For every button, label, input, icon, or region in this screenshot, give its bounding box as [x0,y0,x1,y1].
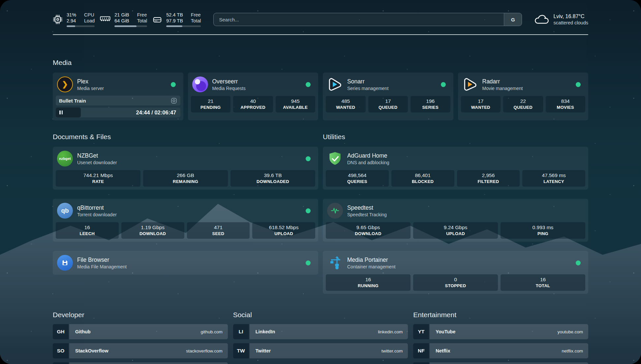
search-input[interactable] [214,13,504,26]
stat-value: 86,401 [393,172,453,178]
service-card-qbittorrent: qb qBittorrent Torrent downloader 16 LEE… [53,199,318,242]
playback-progress-bar: 24:44 / 02:06:47 [56,107,180,117]
stat-label: RATE [57,179,139,184]
service-card-filebrowser: File Browser Media File Management [53,251,318,275]
sonarr-icon [327,76,343,92]
stat-block: 2,956 FILTERED [457,170,520,187]
disk-free-value: 52.4 TB [166,12,183,18]
cpu-usage-label: CPU [84,12,95,18]
stat-block: 16 TOTAL [501,274,585,291]
stat-value: 40 [234,98,272,104]
bookmark-reddit[interactable]: RE Reddit reddit.com [413,362,588,364]
service-link-nzbget[interactable]: nzbget NZBGet Usenet downloader [56,150,315,167]
bookmark-abbr: RE [413,362,429,364]
weather-widget: Lviv, 16.87°C scattered clouds [534,14,588,25]
bookmark-abbr: GH [53,324,69,339]
bookmark-abbr: TW [233,343,249,358]
service-card-portainer: Media Portainer Container management 16 … [323,251,588,294]
service-name: AdGuard Home [347,152,389,159]
stat-value: 0 [414,277,497,283]
stat-label: UPLOAD [414,231,497,236]
bookmark-name: Netflix [436,348,450,353]
service-link-adguard[interactable]: AdGuard Home DNS and adblocking [326,150,585,167]
section-title-social: Social [233,311,408,319]
stat-value: 16 [57,225,117,230]
stat-block: 39.6 TB DOWNLOADED [230,170,315,187]
qbittorrent-icon: qb [57,203,73,219]
stat-block: 47.569 ms LATENCY [522,170,585,187]
service-name: qBittorrent [77,204,117,211]
stat-value: 16 [502,277,584,283]
stat-block: 17 QUEUED [368,96,408,112]
stat-label: QUEUED [504,105,542,110]
stat-block: 86,401 BLOCKED [391,170,454,187]
stat-block: 1.19 Gbps DOWNLOAD [121,222,184,239]
disk-progress-fill [166,25,182,27]
portainer-icon [327,255,343,271]
service-link-qbittorrent[interactable]: qb qBittorrent Torrent downloader [56,202,315,220]
weather-summary: Lviv, 16.87°C [553,14,588,19]
bookmark-youtube[interactable]: YT YouTube youtube.com [413,324,588,339]
service-subtitle: Media Requests [212,86,246,91]
service-link-sonarr[interactable]: Sonarr Series management [326,76,450,93]
stat-label: DOWNLOAD [123,231,183,236]
service-card-plex: ❯ Plex Media server Bullet Train [53,73,183,120]
disk-total-label: Total [191,18,201,24]
service-link-overseerr[interactable]: Overseerr Media Requests [191,76,316,93]
service-link-plex[interactable]: ❯ Plex Media server [56,76,180,93]
stat-value: 618.52 Mbps [254,225,314,230]
stat-value: 16 [327,277,409,283]
service-card-sonarr: Sonarr Series management 485 WANTED 17 Q… [323,73,453,120]
service-link-speedtest[interactable]: Speedtest Speedtest Tracking [326,202,585,220]
now-playing-view-icon[interactable] [171,98,177,104]
bookmark-dev[interactable]: DT DEV dev.to [53,362,228,364]
service-subtitle: Series management [347,86,388,91]
playback-progress-fill [56,107,81,117]
bookmark-twitter[interactable]: TW Twitter twitter.com [233,343,408,358]
stat-block: 471 SEED [187,222,250,239]
stat-value: 485 [327,98,364,104]
bookmark-url: youtube.com [558,329,583,334]
stat-label: WANTED [327,105,364,110]
bookmark-netflix[interactable]: NF Netflix netflix.com [413,343,588,358]
bookmark-abbr: NF [413,343,429,358]
memory-total-label: Total [137,18,147,24]
stat-label: DOWNLOAD [327,231,409,236]
service-link-radarr[interactable]: Radarr Movie management [461,76,586,93]
stat-block: 498,564 QUERIES [326,170,389,187]
stat-value: 471 [188,225,249,230]
disk-free-label: Free [191,12,201,18]
service-link-filebrowser[interactable]: File Browser Media File Management [56,254,315,272]
cpu-usage-value: 31% [67,12,76,18]
stat-value: 0.993 ms [502,225,584,230]
now-playing-row: Bullet Train [56,96,180,106]
bookmark-stackoverflow[interactable]: SO StackOverflow stackoverflow.com [53,343,228,358]
stat-block: 9.65 Gbps DOWNLOAD [326,222,411,239]
stat-label: MOVIES [547,105,584,110]
stat-value: 2,956 [458,172,519,178]
bookmark-url: twitter.com [382,349,403,353]
search-provider-button[interactable]: G [504,13,522,26]
stat-label: SEED [188,231,249,236]
stat-block: 266 GB REMAINING [143,170,228,187]
service-subtitle: Usenet downloader [77,160,117,165]
bookmark-github[interactable]: GH Github github.com [53,324,228,339]
service-card-radarr: Radarr Movie management 17 WANTED 22 QUE… [458,73,589,120]
section-title-entertainment: Entertainment [413,311,588,319]
disk-progress-track [166,25,201,27]
stat-value: 196 [412,98,449,104]
stat-label: TOTAL [502,283,584,288]
service-card-adguard: AdGuard Home DNS and adblocking 498,564 … [323,147,588,190]
service-subtitle: Media File Management [77,264,127,269]
stat-block: 16 LEECH [56,222,119,239]
stat-label: QUERIES [327,179,387,184]
status-online-dot [306,82,311,87]
status-online-dot [306,208,311,213]
stat-block: 618.52 Mbps UPLOAD [252,222,315,239]
stat-block: 744.21 Mbps RATE [56,170,140,187]
stat-block: 0 STOPPED [413,274,498,291]
bookmark-linkedin[interactable]: LI LinkedIn linkedin.com [233,324,408,339]
service-link-portainer[interactable]: Media Portainer Container management [326,254,585,272]
stat-block: 834 MOVIES [546,96,586,112]
stat-block: 196 SERIES [411,96,450,112]
